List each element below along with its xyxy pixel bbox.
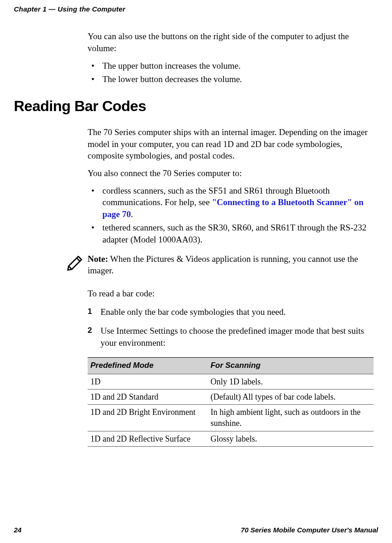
list-item: The lower button decreases the volume. bbox=[88, 73, 374, 85]
step-text: Use Intermec Settings to choose the pred… bbox=[101, 326, 364, 348]
step-number: 2 bbox=[88, 325, 92, 336]
intro-paragraph: You can also use the buttons on the righ… bbox=[88, 30, 374, 54]
page-number: 24 bbox=[14, 525, 22, 535]
list-item: cordless scanners, such as the SF51 and … bbox=[88, 185, 374, 220]
note-text: When the Pictures & Videos application i… bbox=[88, 254, 358, 276]
note-block: Note: When the Pictures & Videos applica… bbox=[65, 253, 374, 277]
step-number: 1 bbox=[88, 307, 92, 317]
table-cell: Only 1D labels. bbox=[208, 374, 374, 389]
pencil-note-icon bbox=[65, 254, 84, 277]
list-item: tethered scanners, such as the SR30, SR6… bbox=[88, 222, 374, 245]
to-read-paragraph: To read a bar code: bbox=[88, 288, 374, 300]
table-row: 1D and 2D Bright Environment In high amb… bbox=[88, 405, 374, 431]
table-cell: 1D and 2D Bright Environment bbox=[88, 405, 208, 431]
note-label: Note: bbox=[88, 254, 108, 264]
section-heading: Reading Bar Codes bbox=[14, 96, 374, 116]
running-header: Chapter 1 — Using the Computer bbox=[14, 5, 378, 14]
table-cell: Glossy labels. bbox=[208, 431, 374, 446]
step-text: Enable only the bar code symbologies tha… bbox=[101, 307, 286, 317]
table-cell: (Default) All types of bar code labels. bbox=[208, 389, 374, 404]
imager-paragraph: The 70 Series computer ships with an int… bbox=[88, 126, 374, 162]
table-cell: 1D and 2D Standard bbox=[88, 389, 208, 404]
predefined-mode-table: Predefined Mode For Scanning 1D Only 1D … bbox=[88, 357, 374, 447]
table-header-scanning: For Scanning bbox=[208, 357, 374, 374]
steps-list: 1 Enable only the bar code symbologies t… bbox=[88, 306, 374, 349]
bullet-text-post: . bbox=[131, 209, 133, 219]
step-item: 1 Enable only the bar code symbologies t… bbox=[88, 306, 374, 318]
step-item: 2 Use Intermec Settings to choose the pr… bbox=[88, 325, 374, 348]
manual-title-footer: 70 Series Mobile Computer User's Manual bbox=[241, 525, 378, 535]
table-row: 1D and 2D Reflective Surface Glossy labe… bbox=[88, 431, 374, 446]
table-header-mode: Predefined Mode bbox=[88, 357, 208, 374]
table-row: 1D Only 1D labels. bbox=[88, 374, 374, 389]
connect-paragraph: You also connect the 70 Series computer … bbox=[88, 167, 374, 179]
volume-bullet-list: The upper button increases the volume. T… bbox=[88, 60, 374, 85]
table-cell: 1D bbox=[88, 374, 208, 389]
table-cell: 1D and 2D Reflective Surface bbox=[88, 431, 208, 446]
table-row: 1D and 2D Standard (Default) All types o… bbox=[88, 389, 374, 404]
list-item: The upper button increases the volume. bbox=[88, 60, 374, 72]
table-cell: In high ambient light, such as outdoors … bbox=[208, 405, 374, 431]
connect-bullet-list: cordless scanners, such as the SF51 and … bbox=[88, 185, 374, 246]
